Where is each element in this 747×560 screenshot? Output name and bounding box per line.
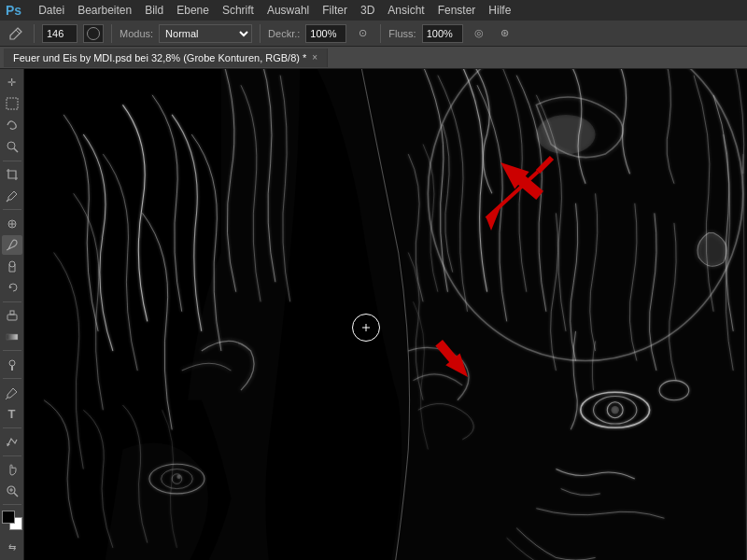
tool-lasso[interactable] [2, 116, 22, 135]
tool-sep-5 [3, 378, 21, 379]
tool-dodge[interactable] [2, 355, 22, 374]
menu-ansicht[interactable]: Ansicht [388, 4, 424, 17]
svg-rect-12 [7, 334, 18, 340]
tool-hand[interactable] [2, 460, 22, 480]
opacity-label: Deckr.: [268, 28, 300, 39]
tool-sep-1 [3, 161, 21, 161]
brush-tool-icon[interactable] [6, 23, 26, 44]
svg-line-34 [538, 158, 552, 172]
tool-eyedropper[interactable] [2, 186, 22, 205]
tool-path-select[interactable] [2, 432, 22, 452]
color-swatches[interactable] [2, 511, 22, 530]
tool-eraser[interactable] [2, 306, 22, 326]
ps-logo: Ps [6, 3, 21, 18]
tool-gradient[interactable] [2, 327, 22, 346]
tool-pen[interactable] [2, 383, 22, 402]
menu-schrift[interactable]: Schrift [222, 4, 254, 17]
opacity-input[interactable] [305, 24, 346, 43]
blend-mode-select[interactable]: Normal Multiplizieren Bildschirm [159, 24, 252, 43]
toolbox: ✛ [0, 69, 24, 560]
svg-point-9 [9, 261, 15, 267]
switch-colors-icon[interactable]: ⇆ [2, 538, 22, 557]
main-area: ✛ [0, 69, 747, 560]
menu-3d[interactable]: 3D [360, 4, 374, 17]
canvas-area[interactable] [24, 69, 747, 560]
tool-rect-select[interactable] [2, 94, 22, 114]
menubar: Ps Datei Bearbeiten Bild Ebene Schrift A… [0, 0, 747, 21]
menu-hilfe[interactable]: Hilfe [488, 4, 511, 17]
flow-input[interactable] [422, 24, 463, 43]
menu-datei[interactable]: Datei [38, 4, 64, 17]
foreground-color-swatch[interactable] [2, 511, 15, 524]
tool-heal[interactable] [2, 214, 22, 233]
tool-sep-2 [3, 209, 21, 210]
pressure-opacity-icon[interactable]: ⊙ [352, 23, 373, 44]
toolbar-sep-4 [380, 24, 381, 43]
tab-title: Feuer und Eis by MDI.psd bei 32,8% (Grob… [13, 52, 306, 63]
svg-line-8 [7, 249, 8, 250]
tool-sep-6 [3, 427, 21, 428]
svg-line-4 [7, 200, 8, 202]
menu-bild[interactable]: Bild [145, 4, 163, 17]
tool-zoom[interactable] [2, 482, 22, 501]
tab-close-button[interactable]: × [312, 52, 317, 63]
toolbar-sep-3 [260, 24, 261, 43]
document-tab[interactable]: Feuer und Eis by MDI.psd bei 32,8% (Grob… [4, 49, 328, 67]
tool-sep-3 [3, 301, 21, 302]
toolbar-sep-2 [111, 24, 112, 43]
options-toolbar: Modus: Normal Multiplizieren Bildschirm … [0, 21, 747, 47]
menu-auswahl[interactable]: Auswahl [267, 4, 309, 17]
svg-rect-10 [7, 315, 17, 320]
svg-rect-11 [10, 311, 14, 315]
svg-line-14 [6, 398, 7, 399]
menu-filter[interactable]: Filter [322, 4, 347, 17]
svg-point-13 [9, 360, 15, 366]
tool-history-brush[interactable] [2, 278, 22, 298]
brush-size-input[interactable] [42, 24, 78, 43]
menu-bearbeiten[interactable]: Bearbeiten [78, 4, 132, 17]
tool-quick-select[interactable] [2, 137, 22, 157]
mode-label: Modus: [120, 28, 153, 39]
tool-stamp[interactable] [2, 257, 22, 276]
pressure-flow-icon[interactable]: ⊛ [495, 23, 515, 44]
flow-label: Fluss: [388, 28, 416, 39]
tool-sep-4 [3, 350, 21, 351]
brush-shape-preview[interactable] [83, 24, 104, 43]
menu-fenster[interactable]: Fenster [438, 4, 476, 17]
annotation-arrows [24, 69, 747, 560]
tab-bar: Feuer und Eis by MDI.psd bei 32,8% (Grob… [0, 47, 747, 69]
svg-rect-38 [435, 340, 458, 364]
svg-line-0 [16, 30, 20, 34]
ps-canvas [24, 69, 747, 560]
tool-sep-8 [3, 504, 21, 505]
toolbar-sep-1 [34, 24, 35, 43]
svg-rect-1 [7, 98, 18, 109]
tool-sep-7 [3, 455, 21, 456]
svg-line-17 [14, 493, 18, 497]
svg-line-3 [14, 148, 18, 152]
tool-text[interactable]: T [2, 404, 22, 424]
svg-point-2 [7, 142, 15, 149]
airbrush-icon[interactable]: ◎ [469, 23, 489, 44]
menu-ebene[interactable]: Ebene [176, 4, 209, 17]
tool-crop[interactable] [2, 164, 22, 184]
tool-brush[interactable] [2, 235, 22, 255]
tool-move[interactable]: ✛ [2, 73, 22, 92]
